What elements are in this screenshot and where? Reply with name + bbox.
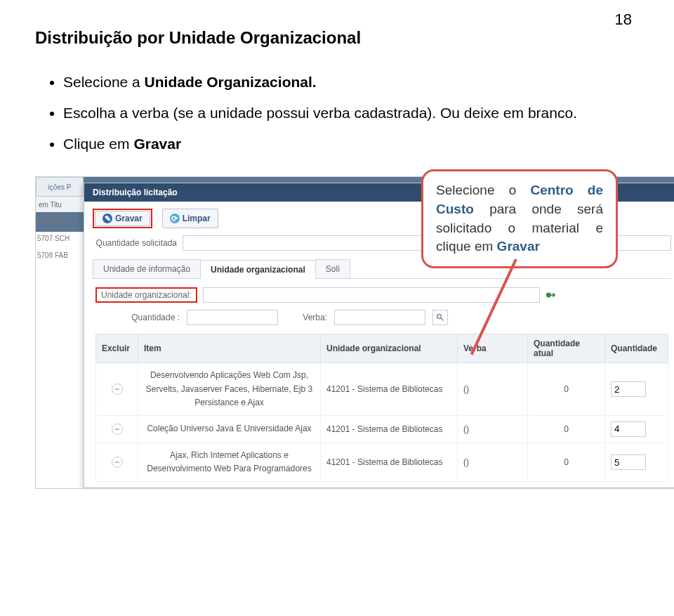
callout-text-1: Selecione o [436,183,530,197]
instruction-2: Escolha a verba (se a unidade possui ver… [63,100,639,126]
bg-header-fragment: em Titu [36,197,84,212]
cell-item: Ajax, Rich Internet Aplications e Desenv… [138,443,321,481]
instruction-3: Clique em Gravar [63,131,639,157]
col-qatual: Quantidade atual [528,334,605,363]
col-item: Item [138,334,321,363]
col-qtd: Quantidade [605,334,668,363]
bg-row-1: 5706 NEU [36,214,84,229]
delete-row-button[interactable]: − [112,457,123,468]
quantidade-input[interactable] [187,310,278,325]
qty-input[interactable] [611,381,646,397]
limpar-button[interactable]: ⟳ Limpar [162,209,218,228]
verba-search-button[interactable] [432,310,448,325]
unidade-organizacional-input[interactable] [203,287,540,303]
instruction-1-text: Selecione a [63,74,145,90]
qty-solicitada-label: Quantidade solicitada [93,238,177,248]
highlight-gravar: ✎ Gravar [93,209,152,228]
tab-solicitante[interactable]: Soli [315,259,350,278]
cell-uo: 41201 - Sistema de Bibliotecas [321,415,458,443]
instruction-3-text: Clique em [63,136,133,152]
verba-input[interactable] [334,310,425,325]
table-row: − Ajax, Rich Internet Aplications e Dese… [96,443,668,481]
bg-row-2: 5707 SCH [36,230,84,246]
bg-row-3: 5708 FAB [36,247,84,263]
qty-input[interactable] [611,454,646,470]
cell-item: Coleção Universo Java E Universidade Aja… [138,415,321,443]
instruction-3-bold: Gravar [133,136,181,152]
table-row: − Desenvolvendo Aplicações Web Com Jsp, … [96,363,668,416]
instruction-list: Selecione a Unidade Organizacional. Esco… [35,69,639,157]
cell-verba: () [458,415,528,443]
verba-label: Verba: [285,313,327,322]
instruction-1: Selecione a Unidade Organizacional. [63,69,639,96]
highlight-uo-label: Unidade organizacional: [95,287,197,303]
cell-verba: () [458,363,528,416]
svg-line-2 [441,318,444,321]
cell-qatual: 0 [528,363,605,416]
gravar-button[interactable]: ✎ Gravar [95,211,150,226]
quantidade-label: Quantidade : [95,313,180,322]
callout-bubble: Selecione o Centro de Custo para onde se… [421,169,618,268]
callout-bold-2: Gravar [497,239,540,254]
search-icon [436,313,444,322]
clear-icon: ⟳ [170,214,180,223]
svg-point-1 [437,315,442,319]
page-number: 18 [615,11,632,29]
cell-qatual: 0 [528,415,605,443]
distribution-table: Excluir Item Unidade organizacional Verb… [95,334,668,482]
page-title: Distribuição por Unidade Organizacional [35,28,639,48]
col-excluir: Excluir [96,334,138,363]
col-verba: Verba [458,334,528,363]
cell-item: Desenvolvendo Aplicações Web Com Jsp, Se… [138,363,321,416]
delete-row-button[interactable]: − [112,424,123,435]
instruction-1-bold: Unidade Organizacional. [145,74,317,90]
svg-point-0 [546,293,551,298]
tab-unidade-informacao[interactable]: Unidade de informação [93,259,201,278]
lookup-arrow-icon[interactable] [546,290,555,300]
qty-input[interactable] [611,421,646,437]
col-uo: Unidade organizacional [321,334,458,363]
cell-verba: () [458,443,528,481]
cell-uo: 41201 - Sistema de Bibliotecas [321,363,458,416]
table-row: − Coleção Universo Java E Universidade A… [96,415,668,443]
delete-row-button[interactable]: − [112,384,123,395]
cell-qatual: 0 [528,443,605,481]
cell-uo: 41201 - Sistema de Bibliotecas [321,443,458,481]
gravar-label: Gravar [115,214,143,223]
tab-unidade-organizacional[interactable]: Unidade organizacional [200,260,316,279]
bg-tab-fragment: ições P [36,177,84,197]
save-icon: ✎ [103,214,112,223]
limpar-label: Limpar [183,214,211,223]
